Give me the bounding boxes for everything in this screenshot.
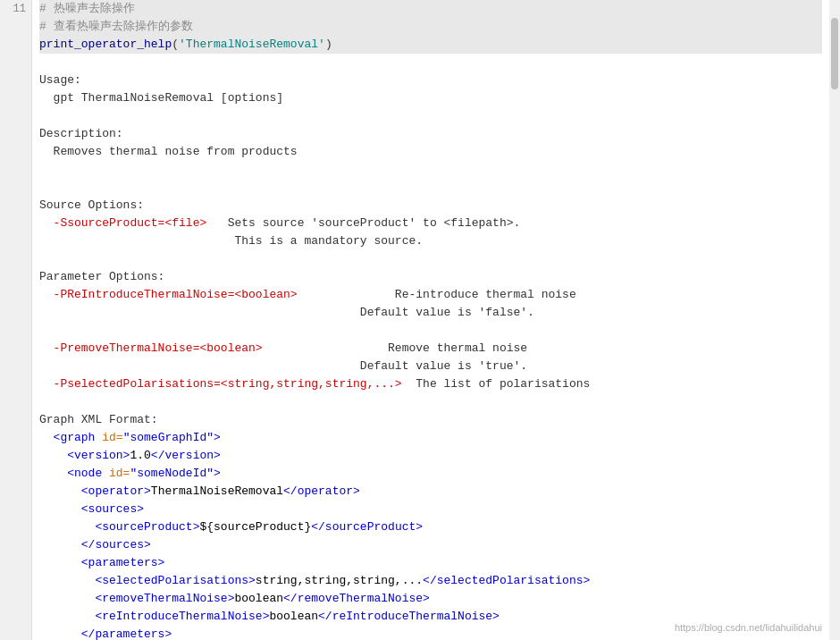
line-17: -PReIntroduceThermalNoise=<boolean> Re-i… (39, 286, 822, 304)
line-11 (39, 179, 822, 197)
line-12: Source Options: (39, 197, 822, 215)
line-8: Description: (39, 125, 822, 143)
line-13: -SsourceProduct=<file> Sets source 'sour… (39, 215, 822, 232)
scrollbar-thumb[interactable] (831, 18, 838, 89)
line-numbers: 11 (0, 0, 32, 640)
line-28: <operator>ThermalNoiseRemoval</operator> (39, 483, 822, 501)
line-1: # 热噪声去除操作 (39, 0, 822, 18)
line-3: print_operator_help('ThermalNoiseRemoval… (39, 36, 822, 54)
line-7 (39, 107, 822, 125)
line-32: <parameters> (39, 554, 822, 572)
code-block: # 热噪声去除操作 # 查看热噪声去除操作的参数 print_operator_… (32, 0, 829, 640)
line-24: Graph XML Format: (39, 411, 822, 429)
line-15 (39, 250, 822, 268)
line-22: -PselectedPolarisations=<string,string,s… (39, 375, 822, 393)
string-arg: 'ThermalNoiseRemoval' (179, 38, 325, 51)
line-16: Parameter Options: (39, 268, 822, 286)
line-5: Usage: (39, 72, 822, 89)
line-10 (39, 161, 822, 179)
content-area: # 热噪声去除操作 # 查看热噪声去除操作的参数 print_operator_… (32, 0, 840, 640)
comment-1: # 热噪声去除操作 (39, 2, 135, 15)
line-6: gpt ThermalNoiseRemoval [options] (39, 89, 822, 107)
line-31: </sources> (39, 536, 822, 554)
line-20: -PremoveThermalNoise=<boolean> Remove th… (39, 340, 822, 358)
line-2: # 查看热噪声去除操作的参数 (39, 18, 822, 36)
line-26: <version>1.0</version> (39, 447, 822, 465)
editor-container: 11 (0, 0, 840, 640)
comment-2: # 查看热噪声去除操作的参数 (39, 20, 193, 33)
line-4 (39, 54, 822, 72)
line-23 (39, 393, 822, 411)
line-19 (39, 322, 822, 340)
line-21: Default value is 'true'. (39, 358, 822, 375)
line-14: This is a mandatory source. (39, 232, 822, 250)
line-33: <selectedPolarisations>string,string,str… (39, 572, 822, 590)
line-34: <removeThermalNoise>boolean</removeTherm… (39, 590, 822, 608)
line-30: <sourceProduct>${sourceProduct}</sourceP… (39, 518, 822, 536)
line-25: <graph id="someGraphId"> (39, 429, 822, 447)
func-name: print_operator_help (39, 38, 172, 51)
line-9: Removes thermal noise from products (39, 143, 822, 161)
line-29: <sources> (39, 501, 822, 518)
watermark: https://blog.csdn.net/lidahuilidahui (675, 622, 822, 633)
line-18: Default value is 'false'. (39, 304, 822, 322)
line-27: <node id="someNodeId"> (39, 465, 822, 483)
scrollbar[interactable] (829, 0, 840, 640)
line-num-11: 11 (0, 0, 26, 18)
